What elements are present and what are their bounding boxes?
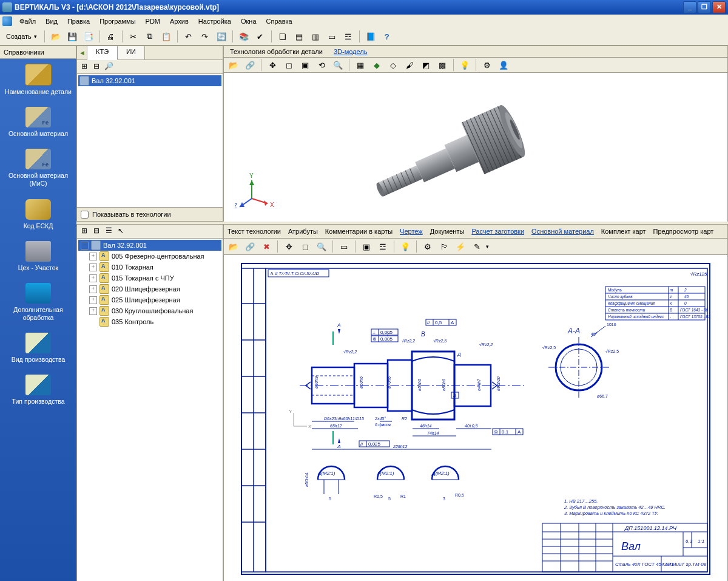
ops-expand-icon[interactable]: ⊞ [79, 226, 89, 236]
d-fn1-icon[interactable]: 🏳 [437, 239, 451, 254]
operation-node[interactable]: +005 Фрезерно-центровальная [78, 251, 221, 262]
window-cascade-icon[interactable]: ❏ [275, 29, 290, 44]
v-zoom-icon[interactable]: 🔍 [331, 58, 345, 72]
check-icon[interactable]: ✔ [253, 29, 268, 44]
rail-item[interactable]: Тип производства [0, 370, 76, 412]
scene-3d[interactable]: X Y Z [224, 73, 727, 222]
v-hidden-icon[interactable]: ◇ [386, 58, 400, 72]
d-bulb-icon[interactable]: 💡 [398, 239, 413, 254]
operation-node[interactable]: 035 Контроль [78, 316, 221, 327]
window-tile-v-icon[interactable]: ▥ [308, 29, 323, 44]
expander-icon[interactable]: − [81, 242, 89, 250]
redo-icon[interactable]: ↷ [198, 29, 212, 44]
menu-pdm[interactable]: PDM [141, 16, 165, 26]
rail-item[interactable]: Код ЕСКД [0, 194, 76, 236]
save-icon[interactable]: 💾 [65, 29, 79, 44]
doc-tab[interactable]: Основной материал [531, 228, 594, 235]
v-rotate-icon[interactable]: ⟲ [314, 58, 329, 72]
d-layers-icon[interactable]: ☲ [376, 239, 390, 254]
d-link-icon[interactable]: 🔗 [243, 239, 257, 254]
close-button[interactable]: ✕ [712, 1, 726, 13]
minimize-button[interactable]: _ [683, 1, 696, 13]
v-paint-icon[interactable]: 🖌 [402, 58, 417, 72]
v-zoombox-icon[interactable]: ◻ [281, 58, 296, 72]
paste-icon[interactable]: 📋 [159, 29, 174, 44]
d-zoom-icon[interactable]: 🔍 [314, 239, 329, 254]
undo-icon[interactable]: ↶ [181, 29, 196, 44]
menu-правка[interactable]: Правка [62, 16, 95, 26]
ops-root-node[interactable]: − Вал 32.92.001 [78, 240, 221, 251]
expander-icon[interactable]: + [89, 253, 97, 260]
doc-tab[interactable]: Документы [430, 228, 465, 235]
layers-icon[interactable]: 📚 [237, 29, 251, 44]
v-shade-icon[interactable]: ◆ [369, 58, 384, 72]
book-icon[interactable]: 📘 [363, 29, 378, 44]
expander-icon[interactable]: + [89, 307, 97, 315]
kte-root-node[interactable]: Вал 32.92.001 [78, 75, 221, 86]
rail-item[interactable]: Основной материал (МиС) [0, 144, 76, 194]
tab-kte[interactable]: КТЭ [87, 46, 118, 60]
show-in-tech-checkbox[interactable]: Показывать в технологии [77, 207, 223, 221]
tree-collapse-icon[interactable]: ⊟ [92, 62, 101, 72]
doc-tab[interactable]: Комплект карт [601, 228, 646, 235]
v-gears-icon[interactable]: ⚙ [480, 58, 494, 72]
doc-tab[interactable]: Чертеж [400, 228, 423, 235]
tree-find-icon[interactable]: 🔎 [104, 62, 113, 72]
operation-node[interactable]: +030 Круглошлифовальная [78, 305, 221, 316]
open-icon[interactable]: 📂 [49, 29, 63, 44]
v-fit-icon[interactable]: ▣ [298, 58, 312, 72]
v-body-icon[interactable]: 👤 [496, 58, 511, 72]
print-icon[interactable]: 🖨 [104, 29, 118, 44]
v-section-icon[interactable]: ◩ [419, 58, 433, 72]
operation-node[interactable]: +025 Шлицефрезерная [78, 294, 221, 305]
tab-3dmodel[interactable]: 3D-модель [331, 46, 369, 57]
expander-icon[interactable]: + [89, 296, 97, 304]
doc-tab[interactable]: Текст технологии [228, 228, 281, 235]
d-page-icon[interactable]: ▭ [337, 239, 351, 254]
d-gears-icon[interactable]: ⚙ [420, 239, 435, 254]
menu-настройка[interactable]: Настройка [194, 16, 236, 26]
doc-tab[interactable]: Предпросмотр карт [653, 228, 714, 235]
create-dropdown[interactable]: Создать ▾ [2, 32, 41, 41]
menu-справка[interactable]: Справка [261, 16, 297, 26]
rail-item[interactable]: Вид производства [0, 328, 76, 370]
window-layout-icon[interactable]: ☲ [341, 29, 356, 44]
rail-item[interactable]: Наименование детали [0, 59, 76, 102]
tab-ii[interactable]: ИИ [118, 46, 145, 59]
doc-tab[interactable]: Комментарии в карты [325, 228, 393, 235]
window-tile-h-icon[interactable]: ▤ [292, 29, 306, 44]
menu-архив[interactable]: Архив [165, 16, 194, 26]
tabs-prev-icon[interactable]: ◀ [77, 46, 87, 59]
v-alpha-icon[interactable]: ▩ [435, 58, 450, 72]
expander-icon[interactable]: + [89, 274, 97, 282]
copy-icon[interactable]: ⧉ [143, 29, 157, 44]
rail-item[interactable]: Дополнительная обработка [0, 278, 76, 328]
ops-pointer-icon[interactable]: ↖ [116, 226, 126, 236]
operation-node[interactable]: +010 Токарная [78, 262, 221, 273]
doc-tab[interactable]: Расчет заготовки [471, 228, 524, 235]
save-all-icon[interactable]: 📑 [81, 29, 96, 44]
d-pan-icon[interactable]: ✥ [281, 239, 296, 254]
d-sel-icon[interactable]: ▣ [359, 239, 374, 254]
operation-node[interactable]: +015 Токарная с ЧПУ [78, 273, 221, 284]
show-in-tech-input[interactable] [81, 211, 89, 219]
d-fn2-icon[interactable]: ⚡ [453, 239, 468, 254]
ops-filter-icon[interactable]: ☰ [104, 226, 113, 236]
d-pen-icon[interactable]: ✎ [470, 239, 484, 254]
cut-icon[interactable]: ✂ [126, 29, 141, 44]
expander-icon[interactable]: + [89, 263, 97, 271]
maximize-button[interactable]: ❐ [698, 1, 711, 13]
v-pan-icon[interactable]: ✥ [265, 58, 280, 72]
d-del-icon[interactable]: ✖ [259, 239, 274, 254]
d-zoombox-icon[interactable]: ◻ [298, 239, 312, 254]
rail-item[interactable]: Основной материал [0, 102, 76, 144]
refresh-icon[interactable]: 🔄 [214, 29, 229, 44]
ops-collapse-icon[interactable]: ⊟ [92, 226, 101, 236]
operation-node[interactable]: +020 Шлицефрезерная [78, 284, 221, 294]
menu-программы[interactable]: Программы [95, 16, 140, 26]
v-bulb-icon[interactable]: 💡 [457, 58, 472, 72]
tree-expand-icon[interactable]: ⊞ [79, 62, 89, 72]
help-icon[interactable]: ? [380, 29, 394, 44]
d-open-icon[interactable]: 📂 [226, 239, 241, 254]
menu-файл[interactable]: Файл [15, 16, 41, 26]
